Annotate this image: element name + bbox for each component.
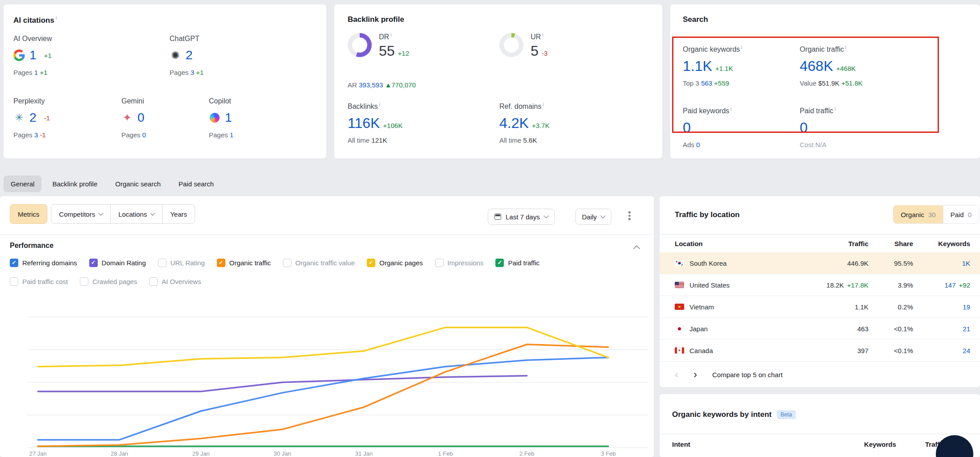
checkbox-icon: [283, 259, 291, 267]
ref-domains-value[interactable]: 4.2K: [499, 116, 529, 130]
organic-paid-toggle: Organic30 Paid0: [893, 205, 979, 224]
flag-canada-icon: ✦: [675, 347, 684, 354]
checkbox-organic-traffic-value[interactable]: Organic traffic value: [283, 259, 355, 267]
metrics-filter-button[interactable]: Metrics: [10, 204, 47, 224]
flag-south-korea-icon: [675, 260, 684, 266]
gemini-label: Gemini: [121, 97, 146, 105]
google-icon: [13, 49, 25, 61]
more-options-button[interactable]: [628, 211, 631, 220]
copilot-metric: Copilot 1 Pages 1: [209, 97, 233, 139]
gemini-icon: ✦: [121, 112, 133, 124]
keywords-link[interactable]: 1K: [962, 259, 970, 267]
table-row-south-korea[interactable]: South Korea 446.9K 95.5% 1K: [660, 252, 980, 274]
annotation-highlight-box: [672, 37, 939, 133]
checkbox-paid-traffic[interactable]: ✓Paid traffic: [495, 259, 540, 267]
keywords-link[interactable]: 24: [963, 347, 970, 354]
checkbox-paid-traffic-cost[interactable]: Paid traffic cost: [10, 277, 68, 286]
granularity-dropdown[interactable]: Daily: [575, 209, 611, 225]
copilot-value[interactable]: 1: [225, 111, 232, 125]
compare-top5-label[interactable]: Compare top 5 on chart: [712, 371, 783, 379]
table-row-united-states[interactable]: United States 18.2K+17.8K 3.9% 147+92: [660, 274, 980, 296]
checkbox-url-rating[interactable]: URL Rating: [158, 259, 205, 267]
dr-donut-chart: [348, 33, 372, 57]
gemini-metric: Gemini ✦ 0 Pages 0: [121, 97, 146, 139]
backlinks-value[interactable]: 116K: [348, 116, 380, 130]
ai-overview-pages: Pages 1 +1: [13, 69, 52, 76]
checkbox-icon: ✓: [495, 259, 504, 267]
ai-overview-label: AI Overview: [13, 35, 52, 43]
perplexity-label: Perplexity: [13, 97, 50, 105]
locations-dropdown[interactable]: Locations: [111, 205, 162, 223]
tab-general[interactable]: General: [4, 176, 42, 192]
checkbox-referring-domains[interactable]: ✓Referring domains: [10, 259, 77, 267]
checkbox-crawled-pages[interactable]: Crawled pages: [80, 277, 137, 286]
years-button[interactable]: Years: [162, 205, 195, 223]
chatgpt-icon: ✺: [170, 49, 181, 61]
checkbox-ai-overviews[interactable]: AI Overviews: [149, 277, 201, 286]
flag-japan-icon: [675, 325, 684, 332]
keywords-link[interactable]: 147: [945, 281, 956, 289]
info-icon[interactable]: i: [543, 102, 544, 107]
competitors-dropdown[interactable]: Competitors: [51, 205, 111, 223]
search-card: Search Organic keywordsi 1.1K+1.1K Top 3…: [670, 4, 980, 158]
series-domain-rating: [38, 376, 527, 391]
tab-backlink-profile[interactable]: Backlink profile: [45, 176, 104, 192]
checkbox-icon: [149, 277, 158, 286]
tab-paid-search[interactable]: Paid search: [171, 176, 221, 192]
tab-organic-search[interactable]: Organic search: [108, 176, 168, 192]
keywords-link[interactable]: 21: [963, 325, 970, 333]
keywords-link[interactable]: 19: [963, 303, 970, 311]
checkbox-icon: ✓: [217, 259, 225, 267]
performance-title: Performance: [10, 242, 54, 250]
previous-page-button[interactable]: ‹: [675, 369, 678, 380]
gemini-pages: Pages 0: [121, 131, 146, 139]
x-tick-label: 30 Jan: [274, 450, 291, 457]
perplexity-metric: Perplexity ✳ 2 -1 Pages 3 -1: [13, 97, 50, 139]
cost-row: Cost N/A: [800, 141, 836, 148]
info-icon[interactable]: i: [379, 102, 380, 107]
info-icon[interactable]: i: [56, 15, 57, 21]
table-row-canada[interactable]: ✦Canada 397 <0.1% 24: [660, 340, 980, 362]
checkbox-icon: [435, 259, 444, 267]
filter-group: Competitors Locations Years: [51, 204, 195, 224]
beta-badge: Beta: [777, 410, 796, 419]
checkbox-organic-pages[interactable]: ✓Organic pages: [367, 259, 423, 267]
ai-citations-card: AI citationsi AI Overview 1 +1 Pages 1 +…: [4, 4, 326, 158]
table-row-japan[interactable]: Japan 463 <0.1% 21: [660, 318, 980, 340]
checkbox-icon: [10, 277, 18, 286]
toggle-paid[interactable]: Paid0: [943, 206, 979, 223]
chatgpt-value[interactable]: 2: [186, 48, 193, 62]
perplexity-icon: ✳: [13, 112, 25, 124]
x-tick-label: 3 Feb: [601, 450, 616, 457]
checkbox-icon: ✓: [89, 259, 98, 267]
performance-card: Metrics Competitors Locations Years Last…: [0, 196, 654, 457]
metric-checkbox-row-1: ✓Referring domains ✓Domain Rating URL Ra…: [10, 259, 540, 267]
backlink-profile-card: Backlink profile DRi 55+12 AR 393,593 ▲7…: [334, 4, 662, 158]
copilot-icon: [209, 112, 220, 124]
perplexity-value[interactable]: 2: [29, 111, 37, 125]
ur-value: 5: [531, 44, 539, 58]
ads-row: Ads 0: [683, 141, 732, 148]
next-page-button[interactable]: ›: [693, 369, 697, 380]
chatgpt-pages: Pages 3 +1: [170, 69, 203, 76]
collapse-section-button[interactable]: [633, 245, 640, 252]
info-icon[interactable]: i: [542, 32, 543, 37]
traffic-by-location-title: Traffic by location: [675, 210, 739, 219]
checkbox-domain-rating[interactable]: ✓Domain Rating: [89, 259, 146, 267]
ai-overview-value[interactable]: 1: [29, 48, 37, 62]
info-icon[interactable]: i: [390, 32, 391, 37]
series-referring-domains: [38, 358, 608, 440]
checkbox-impressions[interactable]: Impressions: [435, 259, 484, 267]
toggle-organic[interactable]: Organic30: [893, 206, 943, 223]
x-tick-label: 27 Jan: [29, 450, 46, 457]
flag-united-states-icon: [675, 282, 684, 288]
checkbox-icon: [80, 277, 88, 286]
performance-line-chart[interactable]: 27 Jan28 Jan29 Jan30 Jan31 Jan1 Feb2 Feb…: [27, 301, 648, 457]
checkbox-organic-traffic[interactable]: ✓Organic traffic: [217, 259, 271, 267]
x-tick-label: 1 Feb: [438, 450, 453, 457]
gemini-value[interactable]: 0: [137, 111, 145, 125]
date-range-dropdown[interactable]: Last 7 days: [488, 209, 555, 225]
intent-table-header: Intent Keywords Traffic: [660, 434, 980, 454]
table-row-vietnam[interactable]: ★Vietnam 1.1K 0.2% 19: [660, 296, 980, 318]
backlink-profile-title: Backlink profile: [348, 15, 404, 24]
